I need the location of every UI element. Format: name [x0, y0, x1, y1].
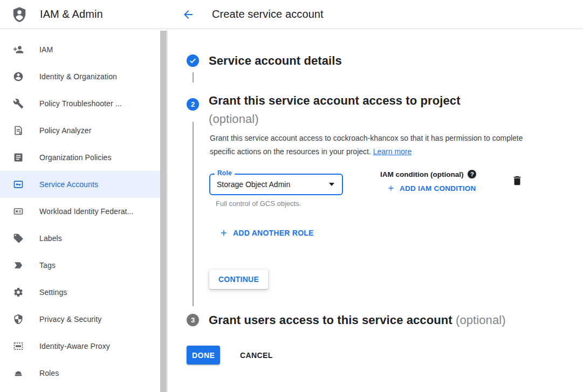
service-account-key-icon: [13, 179, 24, 190]
sidebar-item-privacy-security[interactable]: Privacy & Security: [0, 306, 160, 333]
add-another-role-button[interactable]: ADD ANOTHER ROLE: [219, 228, 314, 238]
sidebar-item-identity-aware-proxy[interactable]: Identity-Aware Proxy: [0, 333, 160, 360]
step2-title-text: Grant this service account access to pro…: [209, 92, 461, 110]
top-bar: IAM & Admin Create service account: [0, 0, 583, 29]
sidebar-item-tags[interactable]: Tags: [0, 252, 160, 279]
sidebar-item-label: Service Accounts: [39, 180, 98, 189]
continue-button[interactable]: CONTINUE: [209, 270, 268, 289]
plus-icon: [387, 184, 395, 192]
sidebar-item-policy-troubleshooter[interactable]: Policy Troubleshooter ...: [0, 90, 160, 117]
learn-more-link[interactable]: Learn more: [373, 147, 412, 156]
sidebar-item-labels[interactable]: Labels: [0, 225, 160, 252]
add-another-role-label: ADD ANOTHER ROLE: [233, 229, 314, 237]
role-dropdown[interactable]: Storage Object Admin: [209, 174, 343, 195]
sidebar: IAM Identity & Organization Policy Troub…: [0, 29, 168, 392]
sidebar-item-label: Organization Policies: [39, 153, 112, 162]
label-tag-icon: [13, 233, 24, 244]
cancel-button[interactable]: CANCEL: [233, 346, 280, 365]
check-icon: [189, 57, 197, 65]
step3-number: 3: [191, 316, 195, 324]
sidebar-item-label: Privacy & Security: [39, 315, 101, 324]
sidebar-item-label: Workload Identity Federat...: [39, 207, 134, 216]
step2-optional-label: (optional): [209, 110, 461, 128]
gear-icon: [13, 287, 24, 298]
step2-description-text: Grant this service account access to coc…: [210, 134, 523, 156]
create-service-account-form: Service account details 2 Grant this ser…: [168, 29, 583, 392]
sidebar-item-roles[interactable]: Roles: [0, 360, 160, 387]
tag-arrow-icon: [13, 260, 24, 271]
shield-icon: [13, 314, 24, 325]
body: IAM Identity & Organization Policy Troub…: [0, 29, 583, 392]
role-helper-text: Full control of GCS objects.: [216, 200, 301, 208]
step2-description: Grant this service account access to coc…: [210, 132, 532, 159]
stepper-connector: [193, 72, 194, 82]
sidebar-item-label: Identity & Organization: [39, 72, 117, 81]
person-add-icon: [13, 44, 24, 55]
step3-optional-label: (optional): [456, 313, 506, 327]
done-button[interactable]: DONE: [187, 346, 220, 365]
trash-icon: [511, 175, 523, 187]
sidebar-item-label: Policy Troubleshooter ...: [39, 99, 122, 108]
step1-complete-indicator: [187, 54, 199, 67]
sidebar-item-organization-policies[interactable]: Organization Policies: [0, 144, 160, 171]
stepper-connector: [193, 122, 194, 306]
roles-hat-icon: [13, 368, 24, 379]
step2-number: 2: [191, 100, 195, 108]
sidebar-item-label: Labels: [39, 234, 62, 243]
sidebar-item-identity-organization[interactable]: Identity & Organization: [0, 63, 160, 90]
sidebar-scrollbar[interactable]: [160, 31, 167, 392]
sidebar-item-label: Tags: [39, 261, 56, 270]
app-title: IAM & Admin: [40, 8, 103, 20]
delete-role-button[interactable]: [511, 175, 524, 188]
proxy-icon: [13, 341, 24, 352]
step1-title: Service account details: [209, 54, 342, 68]
add-iam-condition-button[interactable]: ADD IAM CONDITION: [387, 184, 476, 192]
page-title: Create service account: [212, 8, 324, 20]
plus-icon: [219, 228, 229, 238]
sidebar-item-workload-identity-federation[interactable]: Workload Identity Federat...: [0, 198, 160, 225]
sidebar-item-label: Settings: [39, 288, 67, 297]
sidebar-item-iam[interactable]: IAM: [0, 36, 160, 63]
role-dropdown-value: Storage Object Admin: [217, 180, 290, 189]
sidebar-item-label: IAM: [39, 45, 53, 54]
step3-number-badge: 3: [187, 314, 199, 326]
chevron-down-icon: [329, 183, 334, 186]
step2-title: Grant this service account access to pro…: [209, 92, 461, 128]
sidebar-item-label: Identity-Aware Proxy: [39, 342, 110, 350]
badge-card-icon: [13, 206, 24, 217]
role-field-label: Role: [215, 169, 235, 177]
sidebar-item-service-accounts[interactable]: Service Accounts: [0, 171, 160, 198]
sidebar-item-policy-analyzer[interactable]: Policy Analyzer: [0, 117, 160, 144]
step3-title-text: Grant users access to this service accou…: [209, 313, 452, 327]
account-circle-icon: [13, 71, 24, 82]
sidebar-item-settings[interactable]: Settings: [0, 279, 160, 306]
add-iam-condition-label: ADD IAM CONDITION: [400, 184, 476, 192]
step3-title: Grant users access to this service accou…: [209, 313, 506, 327]
iam-condition-label: IAM condition (optional) ?: [380, 170, 476, 178]
sidebar-item-label: Roles: [39, 369, 59, 377]
wrench-icon: [13, 98, 24, 109]
iam-condition-label-text: IAM condition (optional): [380, 170, 463, 178]
app-window: IAM & Admin Create service account IAM I…: [0, 0, 583, 392]
help-icon[interactable]: ?: [468, 170, 476, 178]
step2-number-badge: 2: [187, 98, 199, 111]
page-header: Create service account: [168, 0, 583, 29]
iam-shield-icon: [11, 5, 28, 24]
policy-analyzer-icon: [13, 125, 24, 136]
sidebar-item-label: Policy Analyzer: [39, 126, 91, 135]
back-arrow-icon[interactable]: [182, 8, 195, 21]
article-icon: [13, 152, 24, 163]
sidebar-header: IAM & Admin: [0, 0, 168, 29]
